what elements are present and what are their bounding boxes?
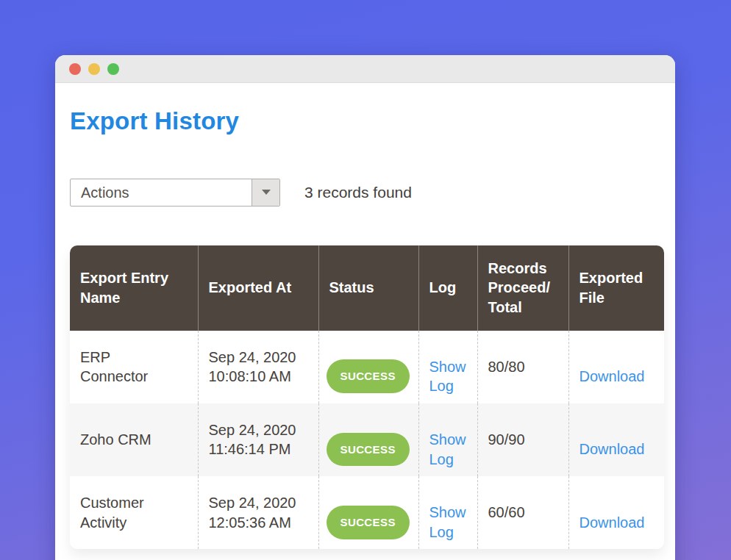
download-link[interactable]: Download [580, 514, 645, 531]
page-content: Export History Actions 3 records found E… [55, 107, 675, 549]
exported-at-cell: Sep 24, 2020 10:08:10 AM [198, 331, 318, 403]
records-cell: 60/60 [477, 476, 568, 549]
status-cell: SUCCESS [318, 331, 418, 403]
column-header-status: Status [318, 245, 418, 331]
chevron-down-icon [262, 190, 271, 195]
records-cell: 90/90 [477, 403, 568, 476]
file-cell: Download [568, 476, 664, 549]
show-log-link[interactable]: Show Log [429, 504, 466, 539]
log-cell: Show Log [418, 331, 477, 403]
column-header-exported-file: Exported File [568, 245, 664, 331]
close-window-button[interactable] [69, 63, 81, 75]
file-cell: Download [568, 331, 664, 403]
table-row: Zoho CRM Sep 24, 2020 11:46:14 PM SUCCES… [70, 403, 664, 476]
column-header-log: Log [418, 245, 477, 331]
status-badge: SUCCESS [327, 359, 410, 393]
status-cell: SUCCESS [318, 476, 418, 549]
file-cell: Download [568, 403, 664, 476]
entry-name-cell: ERP Connector [70, 331, 198, 403]
table-row: ERP Connector Sep 24, 2020 10:08:10 AM S… [70, 331, 664, 403]
show-log-link[interactable]: Show Log [429, 431, 466, 467]
toolbar: Actions 3 records found [70, 179, 660, 207]
log-cell: Show Log [418, 476, 477, 549]
column-header-exported-at: Exported At [198, 245, 318, 331]
exported-at-cell: Sep 24, 2020 11:46:14 PM [198, 403, 318, 476]
status-badge: SUCCESS [327, 506, 410, 539]
app-window: Export History Actions 3 records found E… [55, 55, 675, 560]
log-cell: Show Log [418, 403, 477, 476]
actions-dropdown-arrow-button[interactable] [252, 179, 279, 206]
minimize-window-button[interactable] [88, 63, 100, 75]
zoom-window-button[interactable] [107, 63, 119, 75]
records-cell: 80/80 [477, 331, 568, 403]
records-count-text: 3 records found [304, 184, 412, 201]
actions-dropdown-value: Actions [71, 179, 252, 206]
page-title: Export History [70, 107, 660, 136]
export-history-table: Export Entry Name Exported At Status Log… [70, 245, 664, 550]
exported-at-cell: Sep 24, 2020 12:05:36 AM [198, 476, 318, 549]
status-badge: SUCCESS [327, 433, 410, 467]
entry-name-cell: Zoho CRM [70, 403, 198, 476]
download-link[interactable]: Download [580, 368, 645, 384]
table-row: Customer Activity Sep 24, 2020 12:05:36 … [70, 476, 664, 549]
actions-dropdown[interactable]: Actions [70, 179, 280, 207]
column-header-export-entry-name: Export Entry Name [70, 245, 198, 331]
table-header-row: Export Entry Name Exported At Status Log… [70, 245, 664, 331]
show-log-link[interactable]: Show Log [429, 359, 466, 394]
download-link[interactable]: Download [580, 441, 645, 457]
status-cell: SUCCESS [318, 403, 418, 476]
column-header-records-proceed-total: Records Proceed/ Total [477, 245, 568, 331]
entry-name-cell: Customer Activity [70, 476, 198, 549]
window-titlebar [55, 55, 675, 83]
